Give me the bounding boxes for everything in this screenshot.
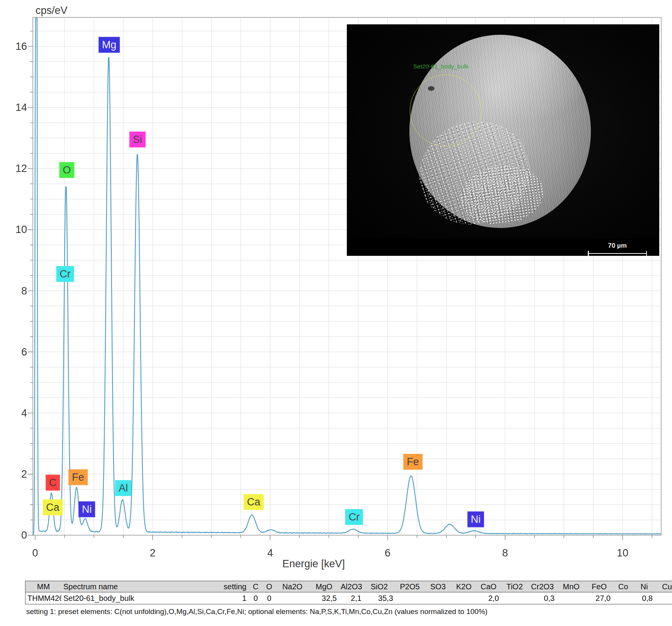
col-header-k2o: K2O <box>451 581 476 592</box>
y-tick-label: 12 <box>15 163 27 174</box>
x-tick-label: 2 <box>150 547 156 559</box>
cell-k2o <box>451 592 476 604</box>
col-header-tio2: TiO2 <box>501 581 528 592</box>
col-header-setting: setting <box>184 581 248 592</box>
y-tick-label: 8 <box>21 285 27 297</box>
inset-sem-image: Set20-61_body_bulk 70 µm <box>347 24 659 256</box>
col-header-ni: Ni <box>634 581 655 592</box>
col-header-p2o5: P2O5 <box>395 581 424 592</box>
col-header-mno: MnO <box>557 581 586 592</box>
cell-sio2: 35,3 <box>363 592 395 604</box>
x-tick-label: 10 <box>617 547 628 559</box>
cell-mm: THMM426 <box>25 592 62 604</box>
col-header-na2o: Na2O <box>275 581 309 592</box>
col-header-sio2: SiO2 <box>363 581 395 592</box>
x-axis-title: Energie [keV] <box>282 558 345 570</box>
footnote: setting 1: preset elements: C(not unfold… <box>26 607 487 616</box>
cell-cao: 2,0 <box>476 592 501 604</box>
col-header-al2o3: Al2O3 <box>339 581 363 592</box>
scale-bar-line <box>588 251 647 256</box>
cell-p2o5 <box>395 592 424 604</box>
cell-so3 <box>424 592 451 604</box>
cell-o: 0 <box>263 592 275 604</box>
y-tick-label: 6 <box>21 346 27 358</box>
y-tick-label: 0 <box>21 529 27 541</box>
scale-bar: 70 µm <box>588 242 647 256</box>
col-header-co: Co <box>613 581 634 592</box>
y-tick-label: 2 <box>21 468 27 480</box>
col-header-spectrum-name: Spectrum name <box>61 581 184 592</box>
sem-info-bar: 70 µm <box>347 238 659 256</box>
cell-ni: 0,8 <box>634 592 655 604</box>
col-header-cao: CaO <box>476 581 501 592</box>
col-header-mgo: MgO <box>309 581 339 592</box>
cell-c: 0 <box>248 592 263 604</box>
cell-mno <box>557 592 586 604</box>
cell-cr2o3: 0,3 <box>528 592 557 604</box>
results-table: MMSpectrum namesettingCONa2OMgOAl2O3SiO2… <box>25 581 672 604</box>
inset-label: Set20-61_body_bulk <box>413 63 468 70</box>
x-tick-label: 8 <box>502 547 508 559</box>
y-tick-label: 14 <box>15 102 27 113</box>
cell-na2o <box>275 592 309 604</box>
col-header-c: C <box>248 581 263 592</box>
roi-circle <box>410 75 482 146</box>
scale-bar-label: 70 µm <box>588 242 647 250</box>
cell-setting: 1 <box>184 592 248 604</box>
x-tick-label: 4 <box>267 547 273 559</box>
y-tick-label: 10 <box>15 224 27 235</box>
col-header-cu: Cu <box>655 581 672 592</box>
table-header-row: MMSpectrum namesettingCONa2OMgOAl2O3SiO2… <box>25 581 672 592</box>
cell-mgo: 32,5 <box>309 592 339 604</box>
col-header-o: O <box>263 581 275 592</box>
cell-al2o3: 2,1 <box>339 592 363 604</box>
quantification-table-wrap: MMSpectrum namesettingCONa2OMgOAl2O3SiO2… <box>25 581 672 604</box>
y-tick-label: 16 <box>15 41 27 52</box>
col-header-so3: SO3 <box>424 581 451 592</box>
table-data-row: THMM426Set20-61_body_bulk10032,52,135,32… <box>25 592 672 604</box>
y-tick-label: 4 <box>21 407 27 419</box>
cell-spectrum-name: Set20-61_body_bulk <box>61 592 184 604</box>
cell-cu <box>655 592 672 604</box>
eds-report-page: 02468100246810121416cps/eVEnergie [keV] … <box>0 0 672 626</box>
col-header-feo: FeO <box>586 581 613 592</box>
y-axis-title: cps/eV <box>36 5 68 16</box>
x-tick-label: 6 <box>385 547 390 559</box>
x-tick-label: 0 <box>32 547 38 559</box>
cell-feo: 27,0 <box>586 592 613 604</box>
cell-co <box>613 592 634 604</box>
col-header-cr2o3: Cr2O3 <box>528 581 557 592</box>
col-header-mm: MM <box>25 581 62 592</box>
cell-tio2 <box>501 592 528 604</box>
